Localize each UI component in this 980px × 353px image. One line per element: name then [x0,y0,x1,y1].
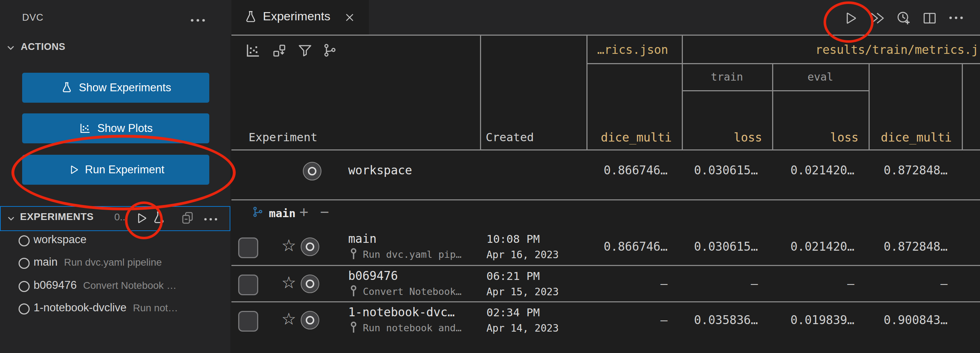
row-value: 0.021420… [772,240,854,253]
more-actions-icon[interactable] [189,15,207,26]
workspace-value: 0.021420… [772,163,854,177]
experiments-section-label: EXPERIMENTS [20,211,94,223]
column-header-created[interactable]: Created [486,130,534,144]
radio-inner-icon [306,316,314,325]
show-experiments-label: Show Experiments [79,81,171,94]
radio-inner-icon [308,167,317,176]
move-to-columns-icon[interactable] [271,42,288,59]
close-icon[interactable] [344,11,356,24]
row-sub-label: Run dvc.yaml pip… [363,249,461,260]
experiment-bullet-icon [19,235,30,246]
sidebar-item-1-notebook-dvclive[interactable]: 1-notebook-dvclive Run not… [33,301,178,314]
commit-icon [348,321,359,334]
row-date: Apr 16, 2023 [487,249,558,261]
filter-icon[interactable] [296,42,313,59]
row-checkbox[interactable] [238,275,258,295]
row-value: 0.030615… [682,240,758,253]
commit-icon [348,285,359,298]
radio-icon[interactable] [301,275,319,293]
sidebar-item-main[interactable]: main Run dvc.yaml pipeline [33,256,162,269]
row-separator [231,199,980,200]
row-value: 0.900843… [869,313,948,327]
row-value: – [869,277,948,291]
workspace-value: 0.030615… [682,163,758,177]
row-sub-label: Run notebook and… [363,322,461,333]
tab-label: Experiments [263,9,330,23]
annotation-circle-title-run [824,2,873,43]
header-row-separator [586,63,980,64]
radio-icon[interactable] [301,311,319,329]
column-separator[interactable] [480,35,481,150]
row-value: 0.872848… [869,240,948,253]
sidebar-item-workspace[interactable]: workspace [33,233,86,246]
row-name[interactable]: 1-notebook-dvc… [348,305,455,319]
star-icon[interactable]: ☆ [282,236,296,255]
row-value: – [586,277,668,291]
beaker-icon [243,10,258,24]
row-separator [231,301,980,302]
show-experiments-button[interactable]: Show Experiments [22,73,209,103]
radio-inner-icon [306,242,314,251]
item-name: b069476 [33,279,77,292]
radio-icon[interactable] [303,162,321,180]
row-checkbox[interactable] [238,311,258,332]
star-icon[interactable]: ☆ [282,310,296,328]
row-value: – [772,277,854,291]
sidebar-title: DVC [22,12,44,23]
row-name[interactable]: b069476 [348,269,398,283]
sidebar-item-b069476[interactable]: b069476 Convert Notebook … [33,279,177,292]
workspace-value: 0.866746… [586,163,668,177]
branch-add-button[interactable]: + [299,203,309,221]
chevron-down-icon[interactable] [6,213,16,224]
workspace-row-name[interactable]: workspace [348,163,412,177]
scatter-plot-icon [79,122,91,135]
row-separator [231,265,980,266]
row-value: 0.866746… [586,240,668,253]
column-header-eval-loss[interactable]: loss [772,130,859,144]
more-actions-icon[interactable] [203,215,219,224]
header-bottom-border [231,149,980,150]
column-header-train-loss[interactable]: loss [682,130,762,144]
column-header-eval-dice-multi[interactable]: dice_multi [869,130,952,144]
actions-section-label: ACTIONS [21,41,65,52]
experiment-bullet-icon [19,304,30,315]
branch-name: main [269,207,296,220]
group-header-metrics-json[interactable]: …rics.json [586,43,668,57]
row-value: – [682,277,758,291]
item-description: Run dvc.yaml pipeline [64,257,162,268]
dvc-vscode-window: DVC ACTIONS Show Experiments Show Plots … [0,0,980,353]
row-date: Apr 14, 2023 [487,322,558,334]
row-time: 02:34 PM [487,306,539,319]
radio-icon[interactable] [301,237,319,256]
chevron-down-icon[interactable] [5,42,16,54]
plots-icon[interactable] [244,42,261,59]
dag-icon[interactable] [321,42,339,59]
row-value: 0.019839… [772,313,854,327]
group-header-results-train-metrics[interactable]: results/train/metrics.j [682,43,978,57]
row-value: – [586,313,668,327]
row-checkbox[interactable] [238,237,258,258]
copy-icon[interactable] [180,211,195,225]
row-value: 0.035836… [682,313,758,327]
item-name: 1-notebook-dvclive [33,301,126,314]
column-separator[interactable] [962,63,963,150]
item-description: Convert Notebook … [83,280,177,291]
commit-icon [348,247,359,261]
row-sub-label: Convert Notebook… [363,286,461,297]
beaker-icon [60,81,73,94]
subgroup-header-eval[interactable]: eval [772,71,869,83]
more-actions-icon[interactable] [948,13,964,23]
subgroup-header-train[interactable]: train [682,71,772,83]
column-header-experiment[interactable]: Experiment [248,130,318,144]
show-plots-label: Show Plots [97,122,153,135]
row-name[interactable]: main [348,232,376,246]
experiment-bullet-icon [19,258,30,269]
header-row-separator [682,90,870,91]
split-editor-icon[interactable] [921,10,938,26]
item-name: workspace [33,233,86,246]
branch-remove-button[interactable]: − [320,203,329,221]
workspace-value: 0.872848… [869,163,948,177]
column-header-dice-multi[interactable]: dice_multi [586,130,672,144]
history-icon[interactable] [895,10,912,26]
star-icon[interactable]: ☆ [282,273,296,292]
